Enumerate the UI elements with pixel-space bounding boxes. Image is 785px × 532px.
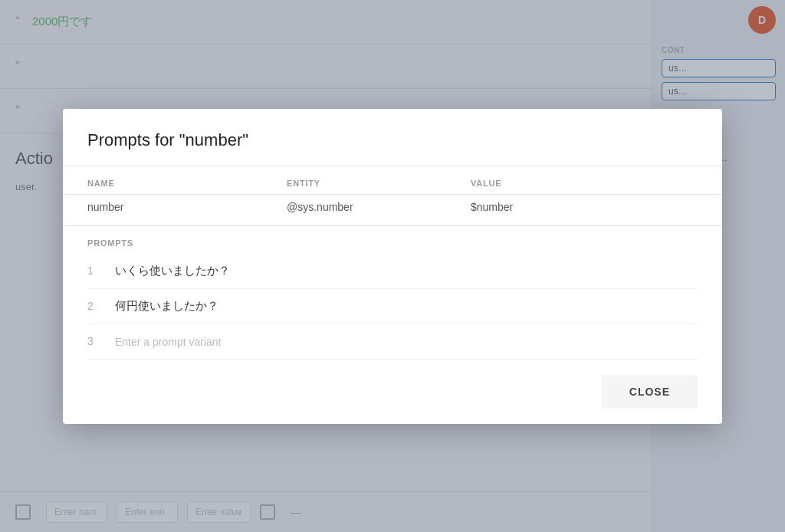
modal-title: Prompts for "number" bbox=[87, 130, 698, 150]
prompts-modal: Prompts for "number" NAME ENTITY VALUE n… bbox=[63, 109, 722, 424]
col-value-entity: @sys.number bbox=[287, 201, 471, 213]
col-value-name: number bbox=[87, 201, 287, 213]
modal-title-bar: Prompts for "number" bbox=[63, 109, 722, 166]
col-value-value: $number bbox=[471, 201, 698, 213]
prompt-number-2: 2 bbox=[87, 300, 115, 312]
col-header-value: VALUE bbox=[471, 179, 698, 188]
prompt-row-3: 3 bbox=[87, 324, 698, 360]
modal-table-header: NAME ENTITY VALUE bbox=[63, 166, 722, 195]
col-header-entity: ENTITY bbox=[287, 179, 471, 188]
prompt-number-1: 1 bbox=[87, 264, 115, 277]
prompts-label: PROMPTS bbox=[87, 238, 698, 248]
prompt-row-2: 2 bbox=[87, 289, 698, 324]
close-button[interactable]: CLOSE bbox=[602, 375, 698, 409]
prompt-row-1: 1 bbox=[87, 254, 698, 289]
prompt-input-3[interactable] bbox=[115, 332, 698, 351]
col-header-name: NAME bbox=[87, 179, 287, 188]
prompt-input-1[interactable] bbox=[115, 261, 698, 281]
modal-prompts-section: PROMPTS 1 2 3 bbox=[63, 226, 722, 360]
modal-table-data-row: number @sys.number $number bbox=[63, 195, 722, 226]
prompt-input-2[interactable] bbox=[115, 297, 698, 316]
modal-footer: CLOSE bbox=[63, 360, 722, 424]
modal-overlay: Prompts for "number" NAME ENTITY VALUE n… bbox=[0, 0, 785, 532]
prompt-number-3: 3 bbox=[87, 335, 115, 347]
